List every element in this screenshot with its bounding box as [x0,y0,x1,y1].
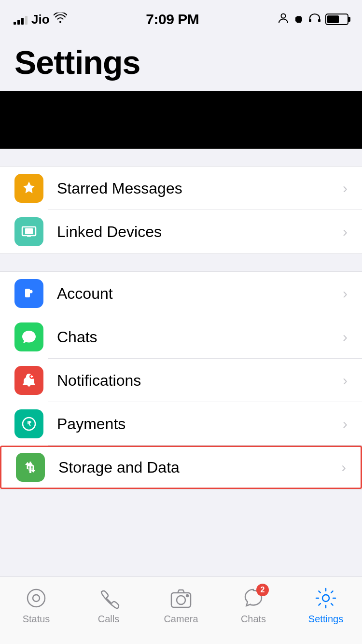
nav-status[interactable]: Status [12,586,60,625]
storage-and-data-row[interactable]: Storage and Data › [0,446,362,489]
account-label: Account [57,285,343,303]
account-chevron: › [343,285,348,302]
svg-point-17 [322,595,329,602]
linked-devices-row[interactable]: Linked Devices › [0,210,362,253]
chats-badge: 2 [256,584,269,596]
person-icon [278,13,289,26]
chats-settings-icon [14,322,43,351]
svg-rect-4 [25,228,33,234]
payments-row[interactable]: ₹ Payments › [0,402,362,446]
chats-nav-icon: 2 [241,586,266,611]
chats-nav-label: Chats [241,614,266,625]
time-display: 7:09 PM [146,11,199,28]
wifi-icon [54,13,67,26]
svg-rect-6 [25,289,30,297]
starred-messages-chevron: › [343,180,348,196]
calls-nav-label: Calls [98,614,119,625]
svg-point-8 [28,385,30,387]
section-1: Starred Messages › Linked Devices › [0,166,362,254]
status-nav-icon [24,586,49,611]
carrier-label: Jio [31,12,50,27]
nav-chats[interactable]: 2 Chats [229,586,278,625]
starred-messages-row[interactable]: Starred Messages › [0,167,362,210]
svg-text:₹: ₹ [27,420,31,428]
linked-devices-label: Linked Devices [57,223,343,241]
storage-and-data-chevron: › [341,459,346,476]
svg-rect-1 [309,19,311,22]
svg-point-12 [28,589,45,607]
svg-rect-5 [27,236,31,237]
notifications-chevron: › [343,372,348,389]
status-nav-label: Status [23,614,50,625]
page-title: Settings [14,43,348,81]
svg-point-7 [29,290,33,294]
notifications-icon [14,366,43,395]
starred-messages-icon [14,174,43,203]
camera-nav-label: Camera [164,614,198,625]
payments-label: Payments [57,415,343,433]
settings-nav-label: Settings [308,614,343,625]
linked-devices-icon [14,217,43,246]
chats-settings-label: Chats [57,328,343,346]
calls-nav-icon [96,586,121,611]
svg-point-13 [33,595,40,602]
profile-box [0,91,362,149]
nav-calls[interactable]: Calls [84,586,133,625]
camera-nav-icon [168,586,194,611]
storage-and-data-label: Storage and Data [58,459,341,476]
account-icon [14,279,43,308]
section-spacer-1 [0,149,362,166]
status-bar: Jio 7:09 PM ⏺ [0,0,362,39]
nav-settings[interactable]: Settings [302,586,350,625]
nav-camera[interactable]: Camera [157,586,205,625]
notifications-row[interactable]: Notifications › [0,359,362,402]
svg-point-15 [177,596,185,604]
bottom-nav: Status Calls Camera 2 Chats [0,576,362,644]
svg-point-16 [186,595,188,597]
chats-settings-chevron: › [343,329,348,345]
payments-chevron: › [343,416,348,432]
settings-nav-icon [313,586,338,611]
section-spacer-2 [0,254,362,271]
account-row[interactable]: Account › [0,272,362,315]
status-left: Jio [14,12,67,27]
svg-rect-2 [318,19,320,22]
payments-icon: ₹ [14,409,43,438]
chats-row[interactable]: Chats › [0,315,362,359]
starred-messages-label: Starred Messages [57,180,343,197]
storage-icon [16,453,45,482]
section-2: Account › Chats › Notificat [0,271,362,490]
headphone-icon [309,13,320,26]
status-right: ⏺ [278,13,348,26]
page-title-container: Settings [0,39,362,91]
battery-icon [325,14,348,25]
svg-point-0 [281,14,286,18]
notifications-label: Notifications [57,372,343,390]
signal-bars-icon [14,14,28,25]
screen-record-icon: ⏺ [293,13,304,26]
linked-devices-chevron: › [343,224,348,240]
